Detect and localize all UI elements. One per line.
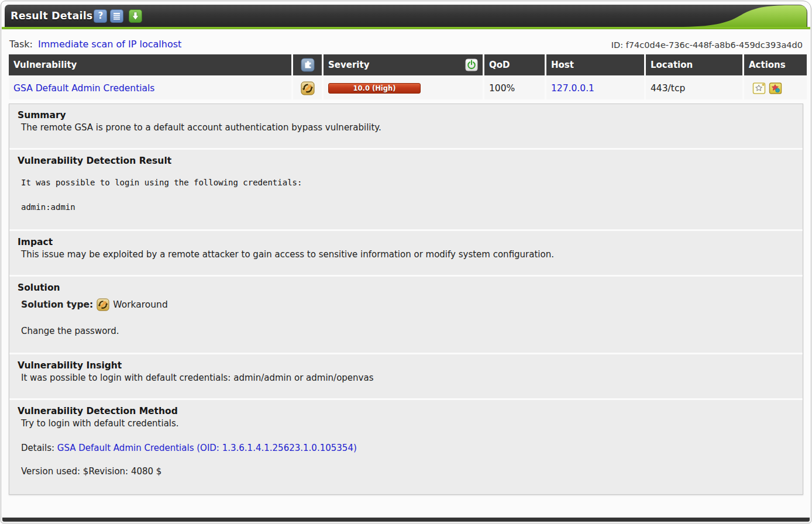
result-id-value: f74c0d4e-736c-448f-a8b6-459dc393a4d0 [626,40,803,50]
download-icon-glyph [129,9,142,23]
list-icon[interactable] [110,9,123,23]
result-row-qod-cell: 100% [484,77,545,99]
column-header-location-label: Location [651,60,693,70]
task-row: Task: Immediate scan of IP localhost ID:… [9,39,803,50]
column-header-qod-label: QoD [489,60,510,70]
solution-type-puzzle-icon [301,58,315,72]
add-note-icon[interactable] [752,82,766,94]
column-header-actions: Actions [744,54,807,75]
column-header-solution-type [293,54,322,75]
host-link[interactable]: 127.0.0.1 [551,83,594,94]
section-solution: Solution Solution type: Workaround Chang… [9,277,803,353]
severity-bar: 10.0 (High) [328,83,421,94]
column-header-host: Host [546,54,644,75]
version-line: Version used: $Revision: 4080 $ [21,466,794,477]
workaround-icon [97,298,109,311]
section-detection-result: Vulnerability Detection Result It was po… [9,150,803,229]
section-summary-title: Summary [18,109,794,122]
result-id-label: ID: [611,40,623,50]
details-line: Details: GSA Default Admin Credentials (… [21,443,794,453]
column-header-host-label: Host [551,60,574,70]
qod-value: 100% [489,83,515,94]
section-detection-method: Vulnerability Detection Method Try to lo… [9,400,803,494]
section-insight: Vulnerability Insight It was possible to… [9,354,803,398]
section-detection-method-body: Try to login with default credentials. [21,418,794,430]
detection-result-line1: It was possible to login using the follo… [21,178,794,187]
power-icon-glyph [465,58,478,71]
add-override-icon[interactable] [769,82,782,94]
details-label: Details: [21,443,54,453]
titlebar-swoosh [683,5,807,27]
section-solution-body: Change the password. [21,325,794,337]
column-header-severity: Severity [324,54,483,75]
section-summary-body: The remote GSA is prone to a default acc… [21,122,794,134]
download-icon[interactable] [129,9,142,23]
section-impact-title: Impact [18,236,794,249]
column-header-vulnerability: Vulnerability [9,54,291,75]
result-row-severity-cell: 10.0 (High) [324,77,483,99]
version-label: Version used: [21,466,80,477]
column-header-vulnerability-label: Vulnerability [13,60,77,70]
section-detection-result-title: Vulnerability Detection Result [18,155,794,167]
detail-sections: Summary The remote GSA is prone to a def… [9,104,803,495]
help-icon[interactable]: ? [94,9,107,23]
page-title: Result Details [11,10,92,22]
solution-type-line: Solution type: Workaround [21,298,794,311]
result-row-solution-type-cell [293,77,322,99]
column-header-actions-label: Actions [749,60,786,70]
severity-bar-label: 10.0 (High) [353,84,396,92]
section-detection-method-title: Vulnerability Detection Method [18,405,794,418]
section-insight-title: Vulnerability Insight [18,360,794,372]
workaround-icon [301,81,315,95]
result-row-vulnerability-cell: GSA Default Admin Credentials [9,77,291,99]
section-insight-body: It was possible to login with default cr… [21,372,794,384]
result-row-host-cell: 127.0.0.1 [546,77,644,99]
solution-type-label: Solution type: [21,299,93,310]
version-value: $Revision: 4080 $ [83,466,162,477]
content-area: Task: Immediate scan of IP localhost ID:… [2,30,810,517]
task-label: Task: [9,39,33,50]
solution-type-value: Workaround [113,299,167,310]
detection-result-line2: admin:admin [21,202,794,212]
list-icon-glyph [110,9,123,23]
add-override-icon-glyph [769,82,782,94]
section-solution-title: Solution [18,282,794,294]
accent-rule [2,27,810,29]
details-link[interactable]: GSA Default Admin Credentials (OID: 1.3.… [57,443,357,453]
section-impact-body: This issue may be exploited by a remote … [21,249,794,261]
result-row-actions-cell [744,77,807,99]
titlebar: Result Details ? [5,5,807,27]
window-bottom-bar [2,518,810,522]
section-summary: Summary The remote GSA is prone to a def… [9,104,803,148]
result-details-window: Result Details ? Task: Immediat [1,1,811,523]
column-header-severity-label: Severity [328,60,369,70]
task-link[interactable]: Immediate scan of IP localhost [38,39,181,50]
location-value: 443/tcp [651,83,685,94]
results-table: Vulnerability Severity [9,54,803,99]
result-row-location-cell: 443/tcp [646,77,742,99]
severity-override-power-icon[interactable] [465,58,478,71]
column-header-location: Location [646,54,742,75]
vulnerability-link[interactable]: GSA Default Admin Credentials [13,83,154,94]
section-impact: Impact This issue may be exploited by a … [9,231,803,275]
add-note-icon-glyph [752,82,766,94]
column-header-qod: QoD [484,54,545,75]
